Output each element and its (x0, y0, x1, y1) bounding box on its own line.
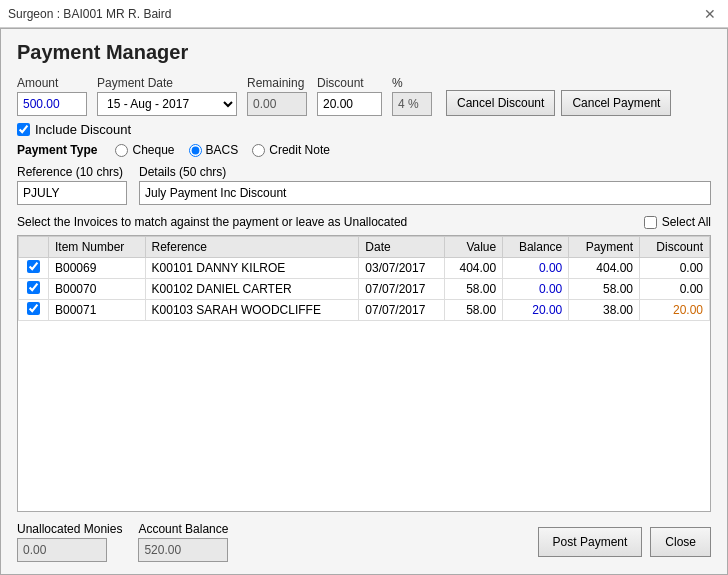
invoices-table-container: Item Number Reference Date Value Balance… (17, 235, 711, 512)
table-row: B00069 K00101 DANNY KILROE 03/07/2017 40… (19, 258, 710, 279)
row-balance: 0.00 (503, 279, 569, 300)
cancel-discount-button[interactable]: Cancel Discount (446, 90, 555, 116)
include-discount-label: Include Discount (35, 122, 131, 137)
row-checkbox-cell[interactable] (19, 258, 49, 279)
table-row: B00071 K00103 SARAH WOODCLIFFE 07/07/201… (19, 300, 710, 321)
col-header-payment: Payment (569, 237, 640, 258)
col-header-date: Date (359, 237, 445, 258)
discount-group: Discount (317, 76, 382, 116)
credit-note-label: Credit Note (269, 143, 330, 157)
row-checkbox-1[interactable] (27, 281, 40, 294)
row-reference: K00103 SARAH WOODCLIFFE (145, 300, 359, 321)
select-invoices-label: Select the Invoices to match against the… (17, 215, 407, 229)
cheque-group: Cheque (115, 143, 174, 157)
credit-note-radio[interactable] (252, 144, 265, 157)
row-balance: 20.00 (503, 300, 569, 321)
row-payment: 404.00 (569, 258, 640, 279)
post-payment-button[interactable]: Post Payment (538, 527, 643, 557)
col-header-reference: Reference (145, 237, 359, 258)
reference-row: Reference (10 chrs) Details (50 chrs) (17, 165, 711, 205)
unallocated-label: Unallocated Monies (17, 522, 122, 536)
reference-group: Reference (10 chrs) (17, 165, 127, 205)
details-group: Details (50 chrs) (139, 165, 711, 205)
remaining-label: Remaining (247, 76, 307, 90)
invoices-table: Item Number Reference Date Value Balance… (18, 236, 710, 321)
main-window: Payment Manager Amount Payment Date 15 -… (0, 28, 728, 575)
reference-input[interactable] (17, 181, 127, 205)
unallocated-group: Unallocated Monies (17, 522, 122, 562)
remaining-input (247, 92, 307, 116)
row-checkbox-cell[interactable] (19, 300, 49, 321)
details-label: Details (50 chrs) (139, 165, 711, 179)
payment-date-label: Payment Date (97, 76, 237, 90)
bottom-row: Unallocated Monies Account Balance Post … (17, 522, 711, 562)
title-bar: Surgeon : BAI001 MR R. Baird ✕ (0, 0, 728, 28)
credit-note-group: Credit Note (252, 143, 330, 157)
row-item-number: B00071 (49, 300, 146, 321)
close-button[interactable]: Close (650, 527, 711, 557)
row-reference: K00102 DANIEL CARTER (145, 279, 359, 300)
col-header-item-number: Item Number (49, 237, 146, 258)
payment-date-group: Payment Date 15 - Aug - 2017 (97, 76, 237, 116)
row-discount: 0.00 (639, 258, 709, 279)
account-balance-group: Account Balance (138, 522, 228, 562)
account-balance-label: Account Balance (138, 522, 228, 536)
discount-label: Discount (317, 76, 382, 90)
table-header-row: Item Number Reference Date Value Balance… (19, 237, 710, 258)
row-reference: K00101 DANNY KILROE (145, 258, 359, 279)
col-header-discount: Discount (639, 237, 709, 258)
row-payment: 38.00 (569, 300, 640, 321)
row-value: 404.00 (444, 258, 502, 279)
bacs-radio[interactable] (189, 144, 202, 157)
details-input[interactable] (139, 181, 711, 205)
row-value: 58.00 (444, 300, 502, 321)
percent-group: % (392, 76, 432, 116)
row-balance: 0.00 (503, 258, 569, 279)
row-discount: 0.00 (639, 279, 709, 300)
row-discount: 20.00 (639, 300, 709, 321)
select-all-label: Select All (662, 215, 711, 229)
close-window-button[interactable]: ✕ (700, 6, 720, 22)
row-item-number: B00069 (49, 258, 146, 279)
cheque-label: Cheque (132, 143, 174, 157)
row-checkbox-2[interactable] (27, 302, 40, 315)
col-header-value: Value (444, 237, 502, 258)
select-all-checkbox[interactable] (644, 216, 657, 229)
select-invoices-row: Select the Invoices to match against the… (17, 215, 711, 229)
title-bar-text: Surgeon : BAI001 MR R. Baird (8, 7, 171, 21)
col-header-balance: Balance (503, 237, 569, 258)
page-title: Payment Manager (17, 41, 711, 64)
cancel-payment-button[interactable]: Cancel Payment (561, 90, 671, 116)
row-checkbox-0[interactable] (27, 260, 40, 273)
row-date: 07/07/2017 (359, 300, 445, 321)
bottom-left: Unallocated Monies Account Balance (17, 522, 228, 562)
top-form-row: Amount Payment Date 15 - Aug - 2017 Rema… (17, 76, 711, 116)
include-discount-checkbox[interactable] (17, 123, 30, 136)
row-value: 58.00 (444, 279, 502, 300)
row-checkbox-cell[interactable] (19, 279, 49, 300)
payment-date-select[interactable]: 15 - Aug - 2017 (97, 92, 237, 116)
include-discount-row: Include Discount (17, 122, 711, 137)
payment-type-row: Payment Type Cheque BACS Credit Note (17, 143, 711, 157)
reference-label: Reference (10 chrs) (17, 165, 127, 179)
bacs-label: BACS (206, 143, 239, 157)
cheque-radio[interactable] (115, 144, 128, 157)
col-header-checkbox (19, 237, 49, 258)
percent-input (392, 92, 432, 116)
discount-input[interactable] (317, 92, 382, 116)
bottom-buttons: Post Payment Close (538, 527, 711, 557)
row-payment: 58.00 (569, 279, 640, 300)
table-row: B00070 K00102 DANIEL CARTER 07/07/2017 5… (19, 279, 710, 300)
select-all-group: Select All (644, 215, 711, 229)
row-item-number: B00070 (49, 279, 146, 300)
row-date: 03/07/2017 (359, 258, 445, 279)
unallocated-input (17, 538, 107, 562)
amount-input[interactable] (17, 92, 87, 116)
percent-label: % (392, 76, 432, 90)
row-date: 07/07/2017 (359, 279, 445, 300)
payment-type-label: Payment Type (17, 143, 97, 157)
account-balance-input (138, 538, 228, 562)
amount-label: Amount (17, 76, 87, 90)
amount-group: Amount (17, 76, 87, 116)
bacs-group: BACS (189, 143, 239, 157)
